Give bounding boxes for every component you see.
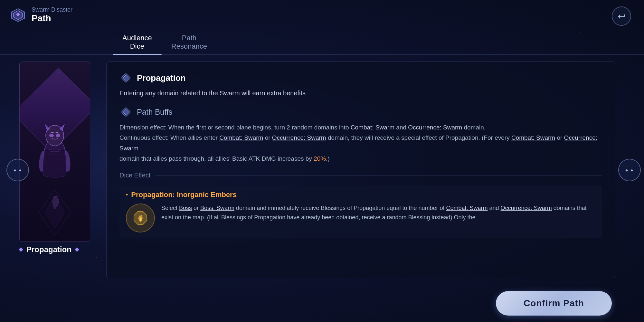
nav-right-button[interactable]: ⬥ ⬥: [618, 159, 641, 181]
svg-point-4: [49, 134, 54, 137]
propagation-title: Propagation: [119, 71, 602, 84]
dice-boss-swarm: Boss: Swarm: [200, 205, 234, 211]
header-title: Path: [32, 13, 72, 24]
buffs-combat-swarm-3: Combat: Swarm: [511, 134, 555, 141]
character-silhouette: [32, 107, 77, 197]
dice-boss-1: Boss: [179, 205, 192, 211]
path-buffs-text: Dimension effect: When the first or seco…: [119, 122, 602, 164]
buffs-text-p3: domain.: [462, 124, 486, 131]
header: Swarm Disaster Path ↩: [0, 0, 644, 30]
path-buffs-heading: Path Buffs: [137, 108, 172, 117]
dice-bullet: •: [126, 192, 128, 198]
buffs-text-p8: domain that allies pass through, all all…: [119, 155, 314, 162]
character-name-label: Propagation: [19, 245, 90, 254]
dice-effect-divider: Dice Effect: [119, 172, 602, 179]
name-dot-right: [75, 247, 79, 252]
dice-effect-header: • Propagation: Inorganic Embers: [126, 191, 595, 199]
left-panel: ⬥ ⬥: [10, 62, 100, 278]
header-text: Swarm Disaster Path: [32, 6, 72, 24]
buffs-text-p6: domain, they will receive a special effe…: [326, 134, 511, 141]
confirm-path-button[interactable]: Confirm Path: [496, 291, 612, 316]
dice-combat-swarm: Combat: Swarm: [446, 205, 488, 211]
back-icon: ↩: [618, 11, 626, 22]
tabs-container: AudienceDice PathResonance: [0, 30, 644, 55]
content-area: ⬥ ⬥: [0, 55, 644, 285]
path-buffs-title: Path Buffs: [119, 106, 602, 118]
bottom-bar: Confirm Path: [0, 285, 644, 322]
character-card: [19, 62, 90, 242]
buffs-text-p1: Dimension effect: When the first or seco…: [119, 124, 351, 131]
dice-desc-p3: domain and immediately receive Blessings…: [234, 205, 446, 211]
buffs-text-p2: and: [394, 124, 408, 131]
buffs-occurrence-swarm-2: Occurrence: Swarm: [272, 134, 326, 141]
back-button[interactable]: ↩: [612, 6, 631, 26]
buffs-combat-swarm-2: Combat: Swarm: [219, 134, 263, 141]
dice-desc-p1: Select: [161, 205, 179, 211]
dice-effect-label: Dice Effect: [119, 172, 150, 179]
name-dot-left: [19, 247, 23, 252]
header-subtitle: Swarm Disaster: [32, 6, 72, 13]
propagation-icon: [119, 71, 132, 84]
dice-icon-container: [126, 204, 155, 232]
nav-left-button[interactable]: ⬥ ⬥: [6, 159, 29, 181]
buffs-text-p7: or: [555, 134, 564, 141]
nav-right-icon: ⬥ ⬥: [625, 166, 634, 173]
buffs-combat-swarm-1: Combat: Swarm: [351, 124, 394, 131]
dice-desc-p4: and: [488, 205, 501, 211]
dice-desc-p2: or: [192, 205, 200, 211]
tab-path-resonance[interactable]: PathResonance: [162, 30, 217, 54]
svg-point-5: [56, 134, 60, 137]
path-buffs-section: Path Buffs Dimension effect: When the fi…: [119, 106, 602, 164]
buffs-text-p9: .): [326, 155, 330, 162]
path-buffs-icon: [119, 106, 132, 118]
buffs-text-p5: or: [263, 134, 272, 141]
dice-occurrence-swarm: Occurrence: Swarm: [501, 205, 552, 211]
dice-effect-item: • Propagation: Inorganic Embers: [119, 185, 602, 238]
dice-effect-desc: Select Boss or Boss: Swarm domain and im…: [161, 204, 595, 222]
buffs-text-p4: Continuous effect: When allies enter: [119, 134, 219, 141]
name-badge: Propagation: [19, 245, 90, 254]
buffs-occurrence-swarm-1: Occurrence: Swarm: [408, 124, 462, 131]
dice-effect-name: Propagation: Inorganic Embers: [131, 191, 237, 199]
tab-audience-dice[interactable]: AudienceDice: [113, 30, 162, 54]
right-panel: ⬥ ⬥ Propagation Entering any domain rela…: [106, 62, 634, 278]
propagation-description: Entering any domain related to the Swarm…: [119, 88, 602, 98]
header-icon: [10, 7, 26, 24]
nav-left-icon: ⬥ ⬥: [13, 166, 22, 173]
propagation-heading: Propagation: [137, 73, 186, 83]
character-name: Propagation: [26, 245, 71, 254]
info-panel[interactable]: Propagation Entering any domain related …: [106, 62, 615, 278]
buffs-percent: 20%: [314, 155, 326, 162]
dice-effect-content: Select Boss or Boss: Swarm domain and im…: [126, 204, 595, 232]
divider-line: [156, 175, 602, 175]
